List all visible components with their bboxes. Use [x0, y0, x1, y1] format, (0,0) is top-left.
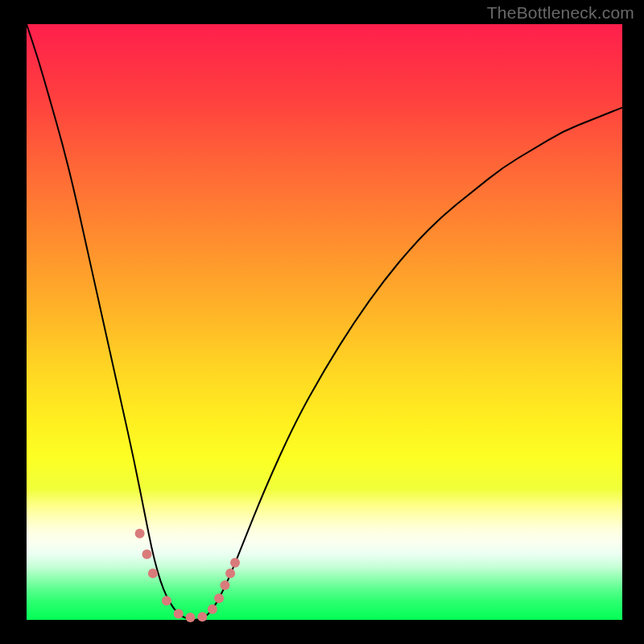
curve-marker [230, 558, 240, 568]
curve-marker [162, 596, 171, 605]
curve-marker [148, 568, 158, 578]
curve-marker [142, 550, 151, 559]
chart-svg [27, 24, 622, 620]
curve-marker [214, 593, 224, 603]
curve-marker [135, 529, 145, 539]
chart-frame: TheBottleneck.com [0, 0, 644, 644]
curve-marker [225, 568, 235, 578]
curve-marker [174, 609, 184, 619]
curve-marker [208, 605, 217, 614]
curve-marker [186, 613, 196, 622]
watermark-text: TheBottleneck.com [487, 3, 634, 23]
bottleneck-curve [27, 24, 622, 620]
curve-marker [220, 580, 229, 590]
curve-marker [197, 612, 207, 621]
